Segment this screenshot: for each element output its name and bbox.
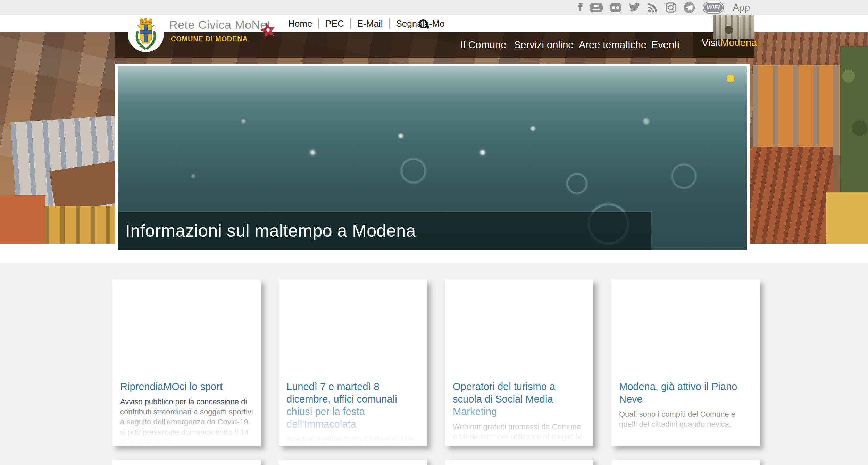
twitter-icon[interactable] — [628, 2, 640, 12]
news-card-partial[interactable] — [445, 460, 593, 465]
star-icon — [260, 22, 276, 39]
divider — [318, 18, 319, 29]
nav-item-servizi-online[interactable]: Servizi online — [514, 32, 574, 58]
card-image-placeholder — [611, 279, 760, 378]
card-fade-overlay — [611, 399, 760, 446]
page: { "topbar": { "wifi_label": "WiFi", "app… — [0, 0, 868, 465]
duomo-tower-image — [713, 15, 754, 39]
card-fade-overlay — [112, 399, 261, 446]
card-image-placeholder — [279, 279, 427, 378]
nav-item-il-comune[interactable]: Il Comune — [460, 32, 506, 58]
topbar: f WiFi App — [0, 0, 868, 15]
search-icon[interactable] — [418, 19, 430, 31]
facebook-icon[interactable]: f — [578, 2, 583, 13]
card-image-placeholder — [112, 279, 261, 378]
news-card[interactable]: Modena, già attivo il Piano Neve Quali s… — [611, 279, 760, 446]
carousel-dot[interactable] — [727, 75, 734, 82]
wifi-badge[interactable]: WiFi — [703, 2, 724, 13]
header-link-pec[interactable]: PEC — [325, 18, 344, 29]
app-link[interactable]: App — [733, 2, 750, 13]
hero-carousel[interactable]: Informazioni sul maltempo a Modena — [115, 64, 750, 252]
photo-trees — [840, 46, 868, 195]
news-card-partial[interactable] — [279, 460, 427, 465]
comune-logo[interactable] — [128, 16, 164, 52]
coat-of-arms-icon — [131, 17, 161, 51]
divider — [350, 18, 351, 29]
header-link-home[interactable]: Home — [288, 18, 312, 29]
hero-title-band: Informazioni sul maltempo a Modena — [118, 212, 651, 250]
card-fade-overlay — [445, 399, 593, 446]
wifi-label: WiFi — [707, 4, 720, 11]
news-card-partial[interactable] — [112, 460, 261, 465]
social-icon-row: f WiFi App — [578, 0, 750, 15]
header-link-email[interactable]: E-Mail — [357, 18, 383, 29]
photo-roof-right — [746, 147, 833, 244]
news-card[interactable]: Operatori del turismo a scuola di Social… — [445, 279, 593, 446]
photo-orange-building-right — [753, 65, 846, 155]
news-card-partial[interactable] — [611, 460, 760, 465]
photo-orange-building-left — [0, 195, 45, 244]
hero-title: Informazioni sul maltempo a Modena — [118, 221, 416, 241]
photo-yellow-building-left — [45, 206, 118, 244]
nav-item-eventi[interactable]: Eventi — [651, 32, 679, 58]
card-title[interactable]: RiprendiaMOci lo sport — [120, 381, 254, 393]
youtube-icon[interactable] — [590, 3, 603, 12]
site-subtitle: COMUNE DI MODENA — [171, 35, 248, 43]
news-card[interactable]: Lunedì 7 e martedì 8 dicembre, uffici co… — [279, 279, 427, 446]
instagram-icon[interactable] — [665, 2, 676, 13]
card-fade-overlay — [279, 399, 427, 446]
divider — [389, 18, 390, 29]
site-name[interactable]: Rete Civica MoNet — [169, 18, 270, 32]
telegram-icon[interactable] — [684, 2, 695, 13]
flickr-icon[interactable] — [610, 3, 621, 12]
rss-icon[interactable] — [648, 2, 658, 13]
photo-yellow-building-right — [826, 192, 868, 244]
news-card[interactable]: RiprendiaMOci lo sport Avviso pubblico p… — [112, 279, 261, 446]
nav-item-visitmodena[interactable]: VisitModena — [702, 37, 757, 49]
card-image-placeholder — [445, 279, 593, 378]
nav-item-aree-tematiche[interactable]: Aree tematiche — [579, 32, 646, 58]
